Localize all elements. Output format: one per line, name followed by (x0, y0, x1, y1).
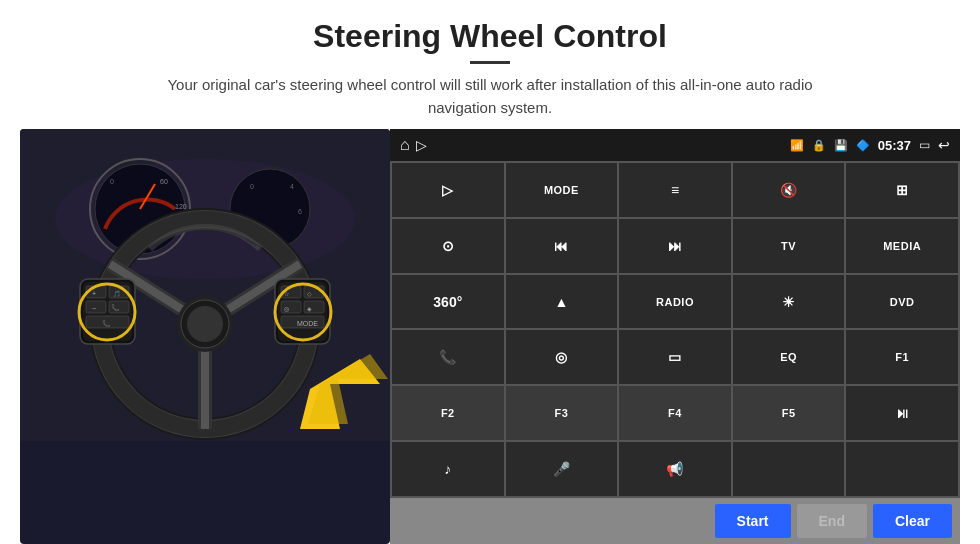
btn-icon: 📢 (666, 461, 683, 477)
grid-btn-r3c1[interactable]: 360° (392, 275, 504, 329)
status-bar: ⌂ ▷ 📶 🔒 💾 🔷 05:37 ▭ ↩ (390, 129, 960, 161)
start-button[interactable]: Start (715, 504, 791, 538)
grid-btn-r4c2[interactable]: ◎ (506, 330, 618, 384)
btn-label: F4 (668, 407, 682, 419)
btn-icon: 📞 (439, 349, 456, 365)
grid-btn-r3c5[interactable]: DVD (846, 275, 958, 329)
page-container: Steering Wheel Control Your original car… (0, 0, 980, 544)
button-grid: ▷MODE≡🔇⊞⊙⏮⏭TVMEDIA360°▲RADIO☀DVD📞◎▭EQF1F… (390, 161, 960, 498)
svg-point-23 (187, 306, 223, 342)
grid-btn-r2c4[interactable]: TV (733, 219, 845, 273)
header-section: Steering Wheel Control Your original car… (0, 0, 980, 129)
svg-text:🎵: 🎵 (113, 290, 121, 298)
grid-btn-r3c2[interactable]: ▲ (506, 275, 618, 329)
btn-label: DVD (890, 296, 915, 308)
grid-btn-r6c4[interactable] (733, 442, 845, 496)
grid-btn-r6c3[interactable]: 📢 (619, 442, 731, 496)
btn-label: TV (781, 240, 796, 252)
btn-label: RADIO (656, 296, 694, 308)
wifi-icon: 📶 (790, 139, 804, 152)
grid-btn-r3c4[interactable]: ☀ (733, 275, 845, 329)
btn-label: MEDIA (883, 240, 921, 252)
grid-btn-r6c1[interactable]: ♪ (392, 442, 504, 496)
svg-text:6: 6 (298, 208, 302, 215)
grid-btn-r5c2[interactable]: F3 (506, 386, 618, 440)
btn-icon: 🔇 (780, 182, 797, 198)
grid-btn-r4c3[interactable]: ▭ (619, 330, 731, 384)
grid-btn-r2c2[interactable]: ⏮ (506, 219, 618, 273)
svg-text:120: 120 (175, 203, 187, 210)
btn-label: MODE (544, 184, 579, 196)
grid-btn-r1c3[interactable]: ≡ (619, 163, 731, 217)
end-button[interactable]: End (797, 504, 867, 538)
svg-text:+: + (92, 290, 96, 297)
btn-icon: ♪ (444, 461, 451, 477)
grid-btn-r2c5[interactable]: MEDIA (846, 219, 958, 273)
title-divider (470, 61, 510, 64)
btn-icon: ⏮ (554, 238, 568, 254)
grid-btn-r2c1[interactable]: ⊙ (392, 219, 504, 273)
svg-text:📞: 📞 (102, 319, 111, 328)
btn-icon: ⊙ (442, 238, 454, 254)
grid-btn-r3c3[interactable]: RADIO (619, 275, 731, 329)
grid-btn-r1c4[interactable]: 🔇 (733, 163, 845, 217)
svg-text:📞: 📞 (111, 303, 120, 312)
grid-btn-r6c2[interactable]: 🎤 (506, 442, 618, 496)
svg-text:◈: ◈ (307, 306, 312, 312)
grid-btn-r4c5[interactable]: F1 (846, 330, 958, 384)
grid-btn-r6c5[interactable] (846, 442, 958, 496)
btn-label: F1 (895, 351, 909, 363)
page-title: Steering Wheel Control (60, 18, 920, 55)
content-area: 0 60 120 0 4 6 (0, 129, 980, 544)
grid-btn-r4c4[interactable]: EQ (733, 330, 845, 384)
svg-text:◎: ◎ (284, 306, 289, 312)
grid-btn-r1c1[interactable]: ▷ (392, 163, 504, 217)
storage-icon: 💾 (834, 139, 848, 152)
subtitle-text: Your original car's steering wheel contr… (140, 74, 840, 119)
nav-arrow-icon[interactable]: ▷ (416, 137, 427, 153)
home-icon[interactable]: ⌂ (400, 136, 410, 154)
back-icon[interactable]: ↩ (938, 137, 950, 153)
btn-label: F2 (441, 407, 455, 419)
svg-text:0: 0 (250, 183, 254, 190)
btn-icon: ▭ (668, 349, 681, 365)
btn-label: F3 (554, 407, 568, 419)
bluetooth-icon: 🔷 (856, 139, 870, 152)
svg-text:60: 60 (160, 178, 168, 185)
btn-icon: 360° (433, 294, 462, 310)
clear-button[interactable]: Clear (873, 504, 952, 538)
lock-icon: 🔒 (812, 139, 826, 152)
btn-icon: ☀ (782, 294, 795, 310)
btn-label: EQ (780, 351, 797, 363)
svg-text:MODE: MODE (297, 320, 318, 327)
btn-icon: ◎ (555, 349, 567, 365)
action-bar: Start End Clear (390, 498, 960, 544)
control-panel: ⌂ ▷ 📶 🔒 💾 🔷 05:37 ▭ ↩ ▷MODE≡🔇⊞⊙⏮⏭TVMEDIA… (390, 129, 960, 544)
btn-icon: ▲ (554, 294, 568, 310)
status-time: 05:37 (878, 138, 911, 153)
btn-icon: 🎤 (553, 461, 570, 477)
grid-btn-r5c3[interactable]: F4 (619, 386, 731, 440)
btn-icon: ⊞ (896, 182, 908, 198)
status-left: ⌂ ▷ (400, 136, 427, 154)
btn-icon: ⏭ (668, 238, 682, 254)
steering-wheel-area: 0 60 120 0 4 6 (20, 129, 390, 544)
svg-text:4: 4 (290, 183, 294, 190)
btn-icon: ⏯ (895, 405, 909, 421)
btn-icon: ≡ (671, 182, 679, 198)
btn-label: F5 (782, 407, 796, 419)
grid-btn-r2c3[interactable]: ⏭ (619, 219, 731, 273)
grid-btn-r4c1[interactable]: 📞 (392, 330, 504, 384)
svg-text:0: 0 (110, 178, 114, 185)
grid-btn-r1c5[interactable]: ⊞ (846, 163, 958, 217)
svg-text:−: − (92, 305, 96, 312)
steering-image: 0 60 120 0 4 6 (20, 129, 390, 544)
btn-icon: ▷ (442, 182, 453, 198)
screen-icon: ▭ (919, 138, 930, 152)
grid-btn-r1c2[interactable]: MODE (506, 163, 618, 217)
svg-text:◇: ◇ (307, 291, 312, 297)
grid-btn-r5c5[interactable]: ⏯ (846, 386, 958, 440)
grid-btn-r5c1[interactable]: F2 (392, 386, 504, 440)
status-right: 📶 🔒 💾 🔷 05:37 ▭ ↩ (790, 137, 950, 153)
grid-btn-r5c4[interactable]: F5 (733, 386, 845, 440)
